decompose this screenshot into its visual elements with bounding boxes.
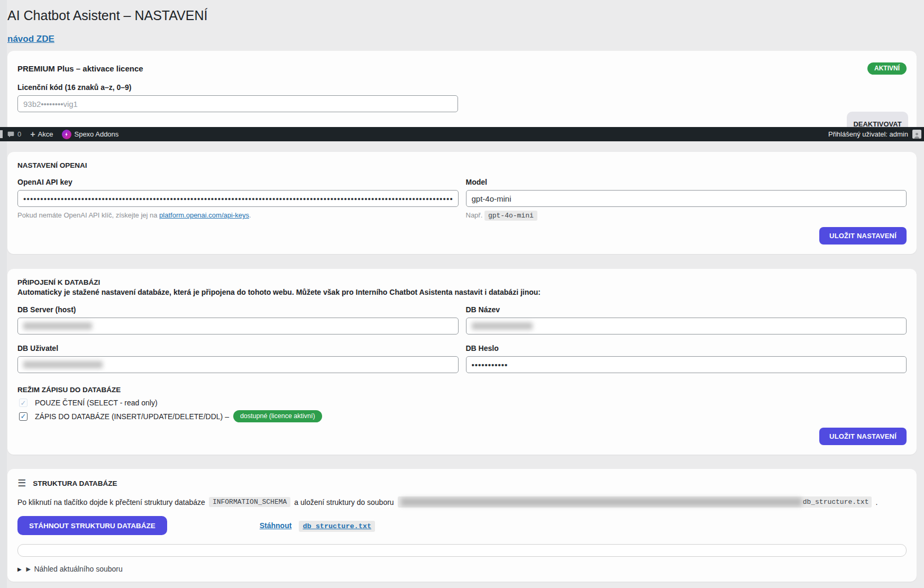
akce-label: Akce — [38, 130, 53, 138]
api-key-input[interactable] — [17, 190, 459, 207]
api-key-label: OpenAI API key — [17, 178, 459, 186]
read-only-checkbox[interactable]: ✓ — [19, 399, 28, 407]
download-file-name: db_structure.txt — [299, 521, 375, 532]
api-key-help-suffix: . — [249, 211, 251, 219]
api-key-help-text: Pokud nemáte OpenAI API klíč, získejte j… — [17, 211, 157, 219]
license-key-label: Licenční kód (16 znaků a–z, 0–9) — [17, 83, 907, 92]
plus-icon: + — [30, 130, 35, 139]
avatar — [912, 130, 921, 139]
file-name-code: db_structure.txt — [803, 498, 869, 506]
openai-heading: NASTAVENÍ OPENAI — [17, 161, 907, 169]
structure-text-2: a uložení struktury do souboru — [294, 498, 394, 506]
admin-bar: 0 + Akce Spexo Addons Přihlášený uživate… — [0, 127, 924, 141]
db-name-input[interactable] — [466, 318, 907, 334]
structure-description: Po kliknutí na tlačítko dojde k přečtení… — [17, 496, 907, 508]
preview-toggle-label: ► Náhled aktuálního souboru — [25, 565, 123, 573]
db-name-field: DB Název — [466, 297, 907, 334]
db-password-field: DB Heslo — [466, 334, 907, 373]
spexo-logo-icon — [62, 130, 71, 139]
check-icon: ✓ — [21, 399, 26, 407]
settings-page: AI Chatbot Asistent – NASTAVENÍ návod ZD… — [0, 0, 924, 588]
db-server-label: DB Server (host) — [17, 305, 459, 314]
db-name-label: DB Název — [466, 305, 907, 314]
database-description: Automaticky je stažené nastavení databáz… — [17, 287, 907, 297]
preview-toggle[interactable]: ▶ ► Náhled aktuálního souboru — [17, 565, 907, 573]
guide-link[interactable]: návod ZDE — [7, 34, 54, 44]
information-schema-code: INFORMATION_SCHEMA — [209, 497, 290, 507]
license-key-input[interactable] — [17, 95, 458, 112]
account-item[interactable]: Přihlášený uživatel: admin — [828, 130, 924, 139]
api-key-help: Pokud nemáte OpenAI API klíč, získejte j… — [17, 211, 459, 219]
cutoff-icon — [0, 130, 3, 138]
check-icon: ✓ — [21, 412, 26, 420]
spexo-addons-item[interactable]: Spexo Addons — [62, 130, 118, 139]
save-openai-button[interactable]: ULOŽIT NASTAVENÍ — [819, 227, 907, 245]
api-key-column: OpenAI API key Pokud nemáte OpenAI API k… — [17, 169, 459, 220]
db-server-input[interactable] — [17, 318, 459, 334]
structure-text-1: Po kliknutí na tlačítko dojde k přečtení… — [17, 498, 205, 506]
spexo-label: Spexo Addons — [74, 130, 118, 138]
comments-count: 0 — [17, 130, 21, 138]
redacted-file-path — [401, 498, 802, 506]
logged-in-user-label: Přihlášený uživatel: admin — [828, 130, 908, 138]
download-structure-button[interactable]: STÁHNOUT STRUKTURU DATABÁZE — [17, 516, 167, 535]
model-label: Model — [466, 178, 907, 186]
model-column: Model Např. gpt-4o-mini — [466, 169, 907, 220]
model-help-text: Např. — [466, 211, 483, 219]
db-user-input[interactable] — [17, 356, 459, 373]
database-card: PŘIPOJENÍ K DATABÁZI Automaticky je staž… — [7, 269, 917, 455]
api-keys-link[interactable]: platform.openai.com/api-keys — [159, 211, 249, 219]
comments-item[interactable]: 0 — [7, 130, 21, 138]
structure-text-suffix: . — [875, 498, 877, 506]
hamburger-icon: ☰ — [17, 478, 26, 488]
page-title: AI Chatbot Asistent – NASTAVENÍ — [7, 0, 917, 24]
license-heading: PREMIUM Plus – aktivace licence — [17, 64, 143, 73]
model-example-code: gpt-4o-mini — [484, 211, 537, 221]
details-marker-icon: ▶ — [17, 566, 22, 572]
save-database-button[interactable]: ULOŽIT NASTAVENÍ — [819, 428, 907, 445]
write-mode-row: ✓ ZÁPIS DO DATABÁZE (INSERT/UPDATE/DELET… — [19, 410, 907, 422]
download-link[interactable]: Stáhnout — [260, 521, 292, 530]
download-file-link[interactable]: db_structure.txt — [299, 521, 375, 530]
file-path-chip: db_structure.txt — [398, 496, 872, 508]
progress-bar — [17, 544, 907, 557]
redacted-db-name — [472, 322, 533, 330]
model-input[interactable] — [466, 190, 907, 207]
openai-card: NASTAVENÍ OPENAI OpenAI API key Pokud ne… — [7, 152, 917, 254]
structure-heading: STRUKTURA DATABÁZE — [33, 480, 117, 487]
read-only-row: ✓ POUZE ČTENÍ (SELECT - read only) — [19, 399, 907, 407]
redacted-db-server — [23, 322, 92, 330]
db-user-field: DB Uživatel — [17, 334, 459, 373]
redacted-db-user — [23, 361, 103, 368]
db-password-label: DB Heslo — [466, 344, 907, 352]
db-password-input[interactable] — [466, 356, 907, 373]
write-mode-checkbox[interactable]: ✓ — [19, 412, 28, 421]
database-heading: PŘIPOJENÍ K DATABÁZI — [17, 278, 907, 286]
structure-card: ☰ STRUKTURA DATABÁZE Po kliknutí na tlač… — [7, 469, 917, 582]
db-server-field: DB Server (host) — [17, 297, 459, 334]
status-badge: AKTIVNÍ — [867, 62, 907, 75]
comment-icon — [7, 131, 15, 138]
model-help: Např. gpt-4o-mini — [466, 211, 907, 220]
write-available-badge: dostupné (licence aktivní) — [233, 410, 322, 422]
read-only-label: POUZE ČTENÍ (SELECT - read only) — [35, 399, 158, 407]
new-content-item[interactable]: + Akce — [30, 130, 53, 139]
write-mode-label: ZÁPIS DO DATABÁZE (INSERT/UPDATE/DELETE/… — [35, 412, 229, 421]
write-mode-heading: REŽIM ZÁPISU DO DATABÁZE — [17, 386, 907, 394]
db-user-label: DB Uživatel — [17, 344, 459, 352]
